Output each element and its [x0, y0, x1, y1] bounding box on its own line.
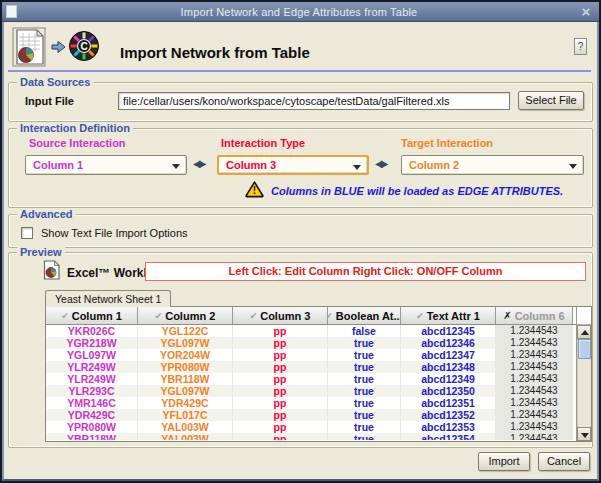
- column-header-3[interactable]: ✔Column 3: [233, 307, 328, 324]
- arrow-right-icon: [50, 40, 66, 58]
- table-cell: pp: [233, 373, 328, 385]
- chevron-down-icon: [353, 165, 361, 170]
- table-cell: pp: [233, 337, 328, 349]
- interaction-type-select[interactable]: Column 3: [217, 155, 369, 175]
- interaction-type-value: Column 3: [226, 159, 276, 171]
- x-icon: ✗: [503, 310, 511, 321]
- table-cell: YPR080W: [138, 361, 233, 373]
- table-cell: pp: [233, 409, 328, 421]
- preview-table: ✔Column 1✔Column 2✔Column 3✔Boolean At..…: [46, 307, 576, 441]
- page-title: Import Network from Table: [120, 44, 310, 61]
- table-row: YLR249WYPR080Wpptrueabcd123481.2344543: [46, 361, 576, 373]
- check-icon: ✔: [61, 311, 69, 321]
- scroll-down-button[interactable]: [577, 427, 591, 441]
- scroll-up-button[interactable]: [577, 325, 591, 339]
- close-icon[interactable]: ×: [577, 3, 595, 21]
- table-cell: abcd12349: [401, 373, 496, 385]
- svg-text:!: !: [253, 185, 256, 196]
- table-row: YBR118WYAL003Wpptrueabcd123541.2344543: [46, 433, 576, 440]
- preview-table-body: YKR026CYGL122Cppfalseabcd123451.2344543Y…: [46, 325, 576, 440]
- table-cell: true: [328, 337, 401, 349]
- table-cell: abcd12345: [401, 325, 496, 337]
- select-file-button[interactable]: Select File: [518, 91, 584, 110]
- table-row: YDR429CYFL017Cpptrueabcd123521.2344543: [46, 409, 576, 421]
- table-cell: pp: [233, 385, 328, 397]
- table-cell: abcd12350: [401, 385, 496, 397]
- table-cell: pp: [233, 397, 328, 409]
- tab-yeast-network-sheet-1[interactable]: Yeast Network Sheet 1: [45, 290, 171, 307]
- column-header-2[interactable]: ✔Column 2: [138, 307, 233, 324]
- table-cell: false: [328, 325, 401, 337]
- table-cell: 1.2344543: [496, 361, 573, 373]
- table-cell: abcd12352: [401, 409, 496, 421]
- titlebar: Import Network and Edge Attributes from …: [2, 2, 599, 22]
- section-title: Preview: [17, 246, 65, 258]
- header-divider: [8, 70, 591, 72]
- table-cell: YMR146C: [46, 397, 138, 409]
- table-cell: 1.2344543: [496, 373, 573, 385]
- table-cell: true: [328, 433, 401, 440]
- import-button[interactable]: Import: [478, 452, 530, 471]
- table-cell: YBR118W: [138, 373, 233, 385]
- table-cell: true: [328, 349, 401, 361]
- column-header-label: Column 6: [515, 310, 565, 322]
- table-cell: YLR249W: [46, 361, 138, 373]
- data-sources-group: Data Sources Input File Select File: [8, 82, 593, 122]
- table-cell: pp: [233, 421, 328, 433]
- table-cell: pp: [233, 325, 328, 337]
- table-cell: YLR293C: [46, 385, 138, 397]
- swap-columns-icon: ◀▶: [375, 158, 386, 169]
- column-hint-box: Left Click: Edit Column Right Click: ON/…: [145, 262, 586, 281]
- source-interaction-value: Column 1: [33, 159, 83, 171]
- table-cell: true: [328, 421, 401, 433]
- target-interaction-select[interactable]: Column 2: [401, 155, 584, 175]
- table-cell: true: [328, 373, 401, 385]
- import-dialog: Import Network and Edge Attributes from …: [0, 0, 601, 483]
- table-cell: YGL097W: [138, 337, 233, 349]
- column-header-1[interactable]: ✔Column 1: [46, 307, 138, 324]
- column-header-label: Text Attr 1: [427, 310, 480, 322]
- section-title: Interaction Definition: [17, 122, 133, 134]
- scrollbar-thumb[interactable]: [578, 339, 591, 359]
- table-cell: true: [328, 385, 401, 397]
- warning-text: Columns in BLUE will be loaded as EDGE A…: [271, 185, 563, 197]
- show-text-options-checkbox[interactable]: [21, 227, 33, 239]
- column-header-4[interactable]: ✔Boolean At...: [328, 307, 401, 324]
- table-cell: abcd12348: [401, 361, 496, 373]
- column-header-6[interactable]: ✗Column 6: [496, 307, 573, 324]
- cytoscape-logo-icon: C: [68, 30, 100, 66]
- scrollbar-track[interactable]: [577, 339, 591, 427]
- scrollbar-corner: [577, 307, 591, 325]
- warning-row: ! Columns in BLUE will be loaded as EDGE…: [9, 179, 592, 203]
- chevron-down-icon: [172, 164, 180, 169]
- target-interaction-value: Column 2: [409, 159, 459, 171]
- vertical-scrollbar[interactable]: [576, 307, 591, 441]
- table-row: YMR146CYDR429Cpptrueabcd123511.2344543: [46, 397, 576, 409]
- table-cell: abcd12347: [401, 349, 496, 361]
- table-cell: 1.2344543: [496, 349, 573, 361]
- table-cell: YOR204W: [138, 349, 233, 361]
- preview-table-head-row: ✔Column 1✔Column 2✔Column 3✔Boolean At..…: [46, 307, 576, 325]
- input-file-field[interactable]: [118, 92, 510, 110]
- table-cell: YFL017C: [138, 409, 233, 421]
- table-row: YPR080WYAL003Wpptrueabcd123531.2344543: [46, 421, 576, 433]
- advanced-group: Advanced Show Text File Import Options: [8, 214, 593, 248]
- table-cell: 1.2344543: [496, 433, 573, 440]
- window-title: Import Network and Edge Attributes from …: [21, 6, 577, 18]
- triangle-up-icon: [581, 330, 589, 335]
- table-row: YKR026CYGL122Cppfalseabcd123451.2344543: [46, 325, 576, 337]
- table-row: YLR293CYGL097Wpptrueabcd123501.2344543: [46, 385, 576, 397]
- check-icon: ✔: [250, 311, 258, 321]
- source-interaction-select[interactable]: Column 1: [25, 155, 187, 175]
- table-cell: 1.2344543: [496, 409, 573, 421]
- table-cell: 1.2344543: [496, 385, 573, 397]
- table-row: YLR249WYBR118Wpptrueabcd123491.2344543: [46, 373, 576, 385]
- excel-workbook-icon: [43, 260, 60, 284]
- column-header-5[interactable]: ✔Text Attr 1: [401, 307, 496, 324]
- svg-text:C: C: [80, 41, 87, 52]
- cancel-button[interactable]: Cancel: [538, 452, 590, 471]
- help-button[interactable]: ?: [574, 38, 587, 55]
- table-row: YGL097WYOR204Wpptrueabcd123471.2344543: [46, 349, 576, 361]
- table-cell: abcd12353: [401, 421, 496, 433]
- table-cell: YDR429C: [138, 397, 233, 409]
